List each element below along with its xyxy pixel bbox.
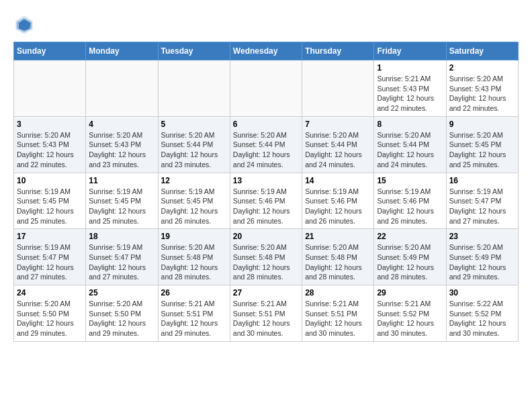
day-info: Sunrise: 5:19 AM Sunset: 5:46 PM Dayligh… [377, 187, 443, 226]
calendar-cell: 4Sunrise: 5:20 AM Sunset: 5:43 PM Daylig… [86, 116, 158, 173]
calendar-header-row: SundayMondayTuesdayWednesdayThursdayFrid… [14, 42, 519, 60]
day-info: Sunrise: 5:20 AM Sunset: 5:44 PM Dayligh… [377, 130, 443, 170]
calendar-cell [230, 60, 302, 117]
day-number: 7 [305, 120, 371, 129]
day-info: Sunrise: 5:20 AM Sunset: 5:50 PM Dayligh… [17, 299, 83, 338]
day-info: Sunrise: 5:19 AM Sunset: 5:47 PM Dayligh… [449, 187, 515, 226]
calendar-cell: 12Sunrise: 5:19 AM Sunset: 5:45 PM Dayli… [158, 173, 230, 229]
day-info: Sunrise: 5:19 AM Sunset: 5:46 PM Dayligh… [305, 187, 371, 226]
calendar-cell: 19Sunrise: 5:20 AM Sunset: 5:48 PM Dayli… [158, 229, 230, 285]
day-info: Sunrise: 5:20 AM Sunset: 5:48 PM Dayligh… [233, 242, 299, 282]
day-info: Sunrise: 5:19 AM Sunset: 5:45 PM Dayligh… [161, 187, 227, 226]
day-info: Sunrise: 5:20 AM Sunset: 5:43 PM Dayligh… [89, 130, 154, 170]
calendar-cell [86, 60, 158, 117]
day-number: 14 [305, 176, 371, 185]
calendar-cell: 15Sunrise: 5:19 AM Sunset: 5:46 PM Dayli… [374, 173, 446, 229]
day-number: 8 [377, 120, 443, 129]
calendar-cell: 26Sunrise: 5:21 AM Sunset: 5:51 PM Dayli… [158, 285, 230, 342]
day-number: 19 [161, 232, 227, 241]
day-info: Sunrise: 5:20 AM Sunset: 5:50 PM Dayligh… [89, 299, 154, 338]
day-info: Sunrise: 5:21 AM Sunset: 5:52 PM Dayligh… [377, 299, 443, 338]
day-number: 4 [89, 120, 154, 129]
weekday-header-thursday: Thursday [302, 42, 374, 60]
calendar-cell: 17Sunrise: 5:19 AM Sunset: 5:47 PM Dayli… [14, 229, 86, 285]
calendar-cell: 29Sunrise: 5:21 AM Sunset: 5:52 PM Dayli… [374, 285, 446, 342]
calendar-cell: 10Sunrise: 5:19 AM Sunset: 5:45 PM Dayli… [14, 173, 86, 229]
day-number: 9 [449, 120, 515, 129]
weekday-header-wednesday: Wednesday [230, 42, 302, 60]
calendar-cell: 9Sunrise: 5:20 AM Sunset: 5:45 PM Daylig… [446, 116, 518, 173]
day-info: Sunrise: 5:20 AM Sunset: 5:49 PM Dayligh… [449, 242, 515, 282]
day-info: Sunrise: 5:20 AM Sunset: 5:49 PM Dayligh… [377, 242, 443, 282]
day-number: 28 [305, 288, 371, 298]
day-number: 26 [161, 288, 227, 298]
day-info: Sunrise: 5:19 AM Sunset: 5:47 PM Dayligh… [17, 242, 83, 282]
day-info: Sunrise: 5:19 AM Sunset: 5:46 PM Dayligh… [233, 187, 299, 226]
day-info: Sunrise: 5:19 AM Sunset: 5:47 PM Dayligh… [89, 242, 154, 282]
calendar-cell [302, 60, 374, 117]
page-header [13, 13, 519, 35]
day-number: 27 [233, 288, 299, 298]
day-number: 21 [305, 232, 371, 241]
calendar-cell: 27Sunrise: 5:21 AM Sunset: 5:51 PM Dayli… [230, 285, 302, 342]
day-number: 29 [377, 288, 443, 298]
calendar-cell: 16Sunrise: 5:19 AM Sunset: 5:47 PM Dayli… [446, 173, 518, 229]
day-number: 15 [377, 176, 443, 185]
calendar-cell: 23Sunrise: 5:20 AM Sunset: 5:49 PM Dayli… [446, 229, 518, 285]
day-number: 24 [17, 288, 83, 298]
day-info: Sunrise: 5:21 AM Sunset: 5:51 PM Dayligh… [161, 299, 227, 338]
calendar-cell: 11Sunrise: 5:19 AM Sunset: 5:45 PM Dayli… [86, 173, 158, 229]
calendar-cell: 18Sunrise: 5:19 AM Sunset: 5:47 PM Dayli… [86, 229, 158, 285]
day-number: 23 [449, 232, 515, 241]
day-info: Sunrise: 5:20 AM Sunset: 5:44 PM Dayligh… [233, 130, 299, 170]
calendar-table: SundayMondayTuesdayWednesdayThursdayFrid… [13, 42, 519, 342]
day-number: 3 [17, 120, 83, 129]
calendar-week-2: 3Sunrise: 5:20 AM Sunset: 5:43 PM Daylig… [14, 116, 519, 173]
calendar-cell: 2Sunrise: 5:20 AM Sunset: 5:43 PM Daylig… [446, 60, 518, 117]
day-info: Sunrise: 5:20 AM Sunset: 5:43 PM Dayligh… [17, 130, 83, 170]
day-number: 25 [89, 288, 154, 298]
calendar-cell: 13Sunrise: 5:19 AM Sunset: 5:46 PM Dayli… [230, 173, 302, 229]
day-info: Sunrise: 5:20 AM Sunset: 5:48 PM Dayligh… [161, 242, 227, 282]
day-number: 22 [377, 232, 443, 241]
calendar-cell: 5Sunrise: 5:20 AM Sunset: 5:44 PM Daylig… [158, 116, 230, 173]
calendar-cell: 1Sunrise: 5:21 AM Sunset: 5:43 PM Daylig… [374, 60, 446, 117]
day-info: Sunrise: 5:20 AM Sunset: 5:44 PM Dayligh… [161, 130, 227, 170]
logo [13, 13, 39, 35]
day-number: 17 [17, 232, 83, 241]
calendar-cell: 25Sunrise: 5:20 AM Sunset: 5:50 PM Dayli… [86, 285, 158, 342]
day-info: Sunrise: 5:20 AM Sunset: 5:43 PM Dayligh… [449, 74, 515, 113]
calendar-cell: 6Sunrise: 5:20 AM Sunset: 5:44 PM Daylig… [230, 116, 302, 173]
day-number: 11 [89, 176, 154, 185]
day-info: Sunrise: 5:22 AM Sunset: 5:52 PM Dayligh… [449, 299, 515, 338]
day-number: 18 [89, 232, 154, 241]
calendar-cell [14, 60, 86, 117]
weekday-header-tuesday: Tuesday [158, 42, 230, 60]
day-info: Sunrise: 5:21 AM Sunset: 5:51 PM Dayligh… [233, 299, 299, 338]
calendar-cell: 14Sunrise: 5:19 AM Sunset: 5:46 PM Dayli… [302, 173, 374, 229]
weekday-header-sunday: Sunday [14, 42, 86, 60]
day-number: 10 [17, 176, 83, 185]
day-number: 16 [449, 176, 515, 185]
weekday-header-friday: Friday [374, 42, 446, 60]
calendar-week-4: 17Sunrise: 5:19 AM Sunset: 5:47 PM Dayli… [14, 229, 519, 285]
day-number: 20 [233, 232, 299, 241]
calendar-week-5: 24Sunrise: 5:20 AM Sunset: 5:50 PM Dayli… [14, 285, 519, 342]
weekday-header-monday: Monday [86, 42, 158, 60]
calendar-cell: 20Sunrise: 5:20 AM Sunset: 5:48 PM Dayli… [230, 229, 302, 285]
day-info: Sunrise: 5:19 AM Sunset: 5:45 PM Dayligh… [89, 187, 154, 226]
calendar-cell: 22Sunrise: 5:20 AM Sunset: 5:49 PM Dayli… [374, 229, 446, 285]
calendar-cell: 30Sunrise: 5:22 AM Sunset: 5:52 PM Dayli… [446, 285, 518, 342]
calendar-cell: 21Sunrise: 5:20 AM Sunset: 5:48 PM Dayli… [302, 229, 374, 285]
day-info: Sunrise: 5:20 AM Sunset: 5:48 PM Dayligh… [305, 242, 371, 282]
logo-icon [13, 13, 35, 35]
day-info: Sunrise: 5:20 AM Sunset: 5:44 PM Dayligh… [305, 130, 371, 170]
calendar-cell [158, 60, 230, 117]
day-number: 12 [161, 176, 227, 185]
calendar-cell: 7Sunrise: 5:20 AM Sunset: 5:44 PM Daylig… [302, 116, 374, 173]
calendar-cell: 3Sunrise: 5:20 AM Sunset: 5:43 PM Daylig… [14, 116, 86, 173]
day-info: Sunrise: 5:21 AM Sunset: 5:43 PM Dayligh… [377, 74, 443, 113]
day-number: 13 [233, 176, 299, 185]
day-number: 6 [233, 120, 299, 129]
calendar-cell: 8Sunrise: 5:20 AM Sunset: 5:44 PM Daylig… [374, 116, 446, 173]
